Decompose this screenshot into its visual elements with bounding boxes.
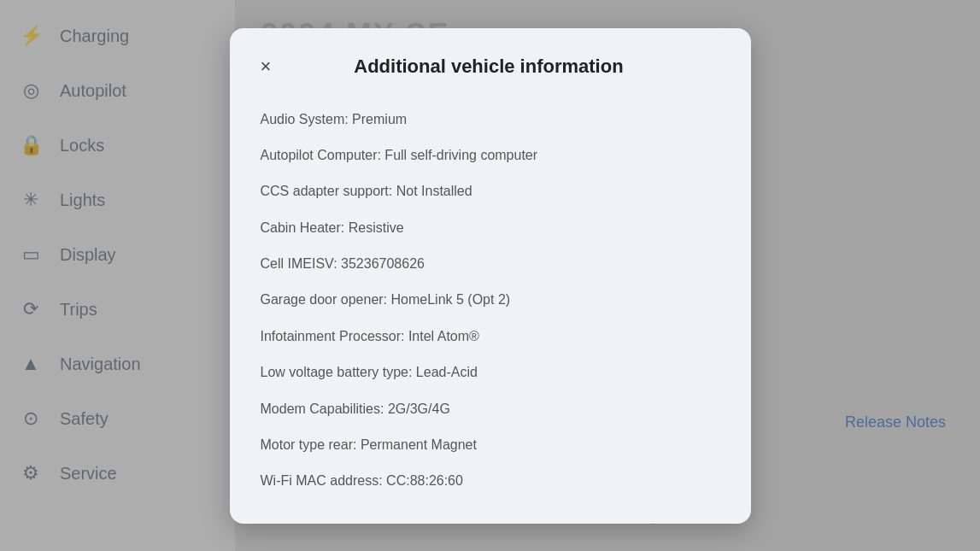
vehicle-info-modal: × Additional vehicle information Audio S… bbox=[230, 28, 751, 524]
info-row-value: Lead-Acid bbox=[416, 365, 478, 379]
info-row: Garage door opener: HomeLink 5 (Opt 2) bbox=[261, 282, 720, 318]
modal-close-button[interactable]: × bbox=[261, 57, 272, 76]
info-row-label: Cell IMEISV: bbox=[261, 256, 342, 271]
info-row-value: Premium bbox=[352, 112, 407, 126]
info-row: Motor type rear: Permanent Magnet bbox=[261, 427, 720, 463]
info-row: CCS adapter support: Not Installed bbox=[261, 173, 720, 209]
info-row: Cabin Heater: Resistive bbox=[261, 210, 720, 246]
modal-overlay: × Additional vehicle information Audio S… bbox=[0, 0, 980, 551]
info-row: Wi-Fi MAC address: CC:88:26:60 bbox=[261, 463, 720, 499]
info-row-label: Cabin Heater: bbox=[261, 220, 349, 235]
info-row-value: Permanent Magnet bbox=[361, 437, 477, 452]
info-row-label: Modem Capabilities: bbox=[261, 402, 388, 416]
info-row-label: Motor type rear: bbox=[261, 437, 361, 452]
info-row-value: 2G/3G/4G bbox=[388, 402, 450, 416]
info-row-value: Full self-driving computer bbox=[384, 148, 537, 162]
info-row: Cell IMEISV: 35236708626 bbox=[261, 246, 720, 282]
info-row-label: Audio System: bbox=[261, 112, 353, 126]
info-row: Low voltage battery type: Lead-Acid bbox=[261, 355, 720, 390]
info-row-value: CC:88:26:60 bbox=[386, 473, 463, 488]
info-row: Audio System: Premium bbox=[261, 102, 720, 138]
info-row-label: Infotainment Processor: bbox=[261, 329, 408, 343]
info-row-value: Intel Atom® bbox=[408, 329, 479, 343]
info-row-label: Garage door opener: bbox=[261, 292, 391, 307]
info-row-value: HomeLink 5 (Opt 2) bbox=[391, 292, 511, 307]
info-row-value: 35236708626 bbox=[341, 256, 425, 271]
info-row-label: Wi-Fi MAC address: bbox=[261, 473, 387, 488]
modal-header: × Additional vehicle information bbox=[261, 56, 720, 78]
info-row-label: Low voltage battery type: bbox=[261, 365, 416, 379]
info-row-label: Autopilot Computer: bbox=[261, 148, 385, 162]
info-row: Infotainment Processor: Intel Atom® bbox=[261, 319, 720, 355]
info-row-label: CCS adapter support: bbox=[261, 184, 396, 198]
modal-title: Additional vehicle information bbox=[288, 56, 689, 78]
modal-body: Audio System: PremiumAutopilot Computer:… bbox=[261, 102, 720, 500]
info-row: Autopilot Computer: Full self-driving co… bbox=[261, 138, 720, 173]
app-background: ⚡Charging◎Autopilot🔒Locks✳Lights▭Display… bbox=[0, 0, 980, 551]
info-row-value: Resistive bbox=[349, 220, 404, 235]
info-row-value: Not Installed bbox=[396, 184, 472, 198]
info-row: Modem Capabilities: 2G/3G/4G bbox=[261, 391, 720, 427]
